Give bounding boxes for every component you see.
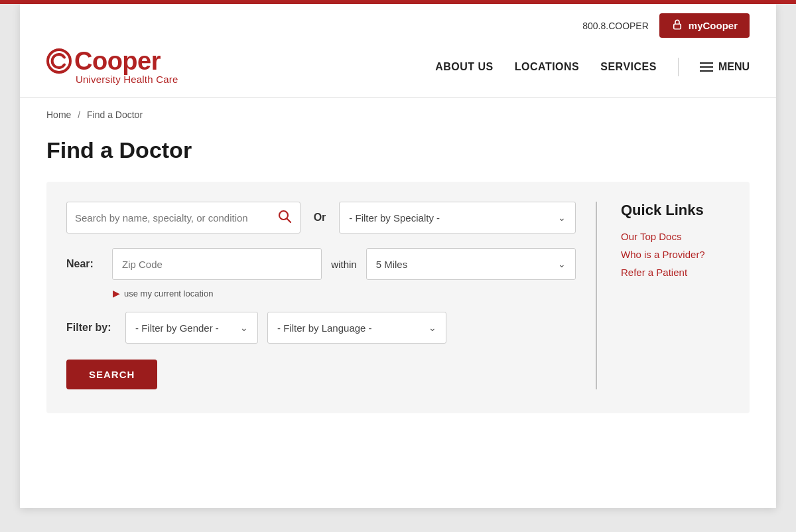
header: 800.8.COOPER myCooper <box>20 4 776 97</box>
breadcrumb-separator: / <box>78 109 80 120</box>
language-placeholder: - Filter by Language - <box>277 322 372 334</box>
search-section: Or - Filter by Specialty - ⌄ Near: withi… <box>46 182 750 413</box>
gender-placeholder: - Filter by Gender - <box>135 322 219 334</box>
mycooper-button[interactable]: myCooper <box>659 13 750 38</box>
svg-line-3 <box>287 218 291 222</box>
search-icon <box>277 209 292 227</box>
filter-label: Filter by: <box>66 322 116 334</box>
main-content: Find a Doctor <box>20 127 776 440</box>
hamburger-icon <box>700 62 713 72</box>
search-row-1: Or - Filter by Specialty - ⌄ <box>66 202 576 233</box>
logo-icon <box>46 48 72 74</box>
page-title: Find a Doctor <box>46 137 750 163</box>
search-icon-button[interactable] <box>277 209 292 227</box>
search-button[interactable]: SEARCH <box>66 360 157 389</box>
header-main: Cooper University Health Care ABOUT US L… <box>46 42 750 97</box>
specialty-chevron-icon: ⌄ <box>558 212 566 223</box>
header-top: 800.8.COOPER myCooper <box>46 4 750 42</box>
nav-divider <box>678 58 679 76</box>
miles-select[interactable]: 5 Miles ⌄ <box>366 248 576 280</box>
or-label: Or <box>314 212 326 224</box>
svg-rect-0 <box>674 24 681 29</box>
search-input[interactable] <box>75 212 277 224</box>
language-chevron-icon: ⌄ <box>429 322 436 333</box>
specialty-select[interactable]: - Filter by Specialty - ⌄ <box>339 202 576 233</box>
location-arrow-icon: ▶ <box>113 288 120 299</box>
quick-link-provider[interactable]: Who is a Provider? <box>621 249 730 260</box>
breadcrumb-current: Find a Doctor <box>87 109 143 120</box>
breadcrumb-home[interactable]: Home <box>46 109 71 120</box>
logo-area: Cooper University Health Care <box>46 48 178 85</box>
breadcrumb: Home / Find a Doctor <box>20 98 776 127</box>
gender-select[interactable]: - Filter by Gender - ⌄ <box>125 312 258 344</box>
mycooper-label: myCooper <box>689 20 738 31</box>
logo-subtitle: University Health Care <box>76 74 178 85</box>
near-label: Near: <box>66 258 103 270</box>
search-input-wrapper <box>66 202 300 233</box>
nav-about[interactable]: ABOUT US <box>435 61 494 73</box>
specialty-select-inner: - Filter by Specialty - ⌄ <box>349 212 566 224</box>
lock-icon <box>671 19 683 33</box>
nav: ABOUT US LOCATIONS SERVICES MENU <box>435 58 750 76</box>
location-link-text: use my current location <box>124 289 213 299</box>
search-form: Or - Filter by Specialty - ⌄ Near: withi… <box>66 202 597 389</box>
phone-number: 800.8.COOPER <box>582 21 649 31</box>
page-wrapper: 800.8.COOPER myCooper <box>20 4 776 508</box>
location-link[interactable]: ▶ use my current location <box>113 288 576 299</box>
language-select-inner: - Filter by Language - ⌄ <box>277 322 436 334</box>
gender-chevron-icon: ⌄ <box>240 322 248 333</box>
nav-menu[interactable]: MENU <box>700 61 750 73</box>
logo-name: Cooper <box>74 48 161 74</box>
quick-links: Quick Links Our Top Docs Who is a Provid… <box>597 202 730 389</box>
search-row-3: Filter by: - Filter by Gender - ⌄ - Filt… <box>66 312 576 344</box>
quick-links-title: Quick Links <box>621 202 730 219</box>
quick-link-top-docs[interactable]: Our Top Docs <box>621 231 730 242</box>
specialty-placeholder: - Filter by Specialty - <box>349 212 440 224</box>
menu-label: MENU <box>718 61 750 73</box>
miles-value: 5 Miles <box>376 259 408 270</box>
miles-select-inner: 5 Miles ⌄ <box>376 259 566 270</box>
language-select[interactable]: - Filter by Language - ⌄ <box>267 312 446 344</box>
gender-select-inner: - Filter by Gender - ⌄ <box>135 322 248 334</box>
zip-input[interactable] <box>112 248 322 280</box>
search-row-2: Near: within 5 Miles ⌄ <box>66 248 576 280</box>
logo-text: Cooper <box>46 48 178 74</box>
quick-link-refer[interactable]: Refer a Patient <box>621 267 730 278</box>
nav-locations[interactable]: LOCATIONS <box>515 61 580 73</box>
within-label: within <box>331 259 356 270</box>
miles-chevron-icon: ⌄ <box>558 259 566 269</box>
nav-services[interactable]: SERVICES <box>600 61 657 73</box>
